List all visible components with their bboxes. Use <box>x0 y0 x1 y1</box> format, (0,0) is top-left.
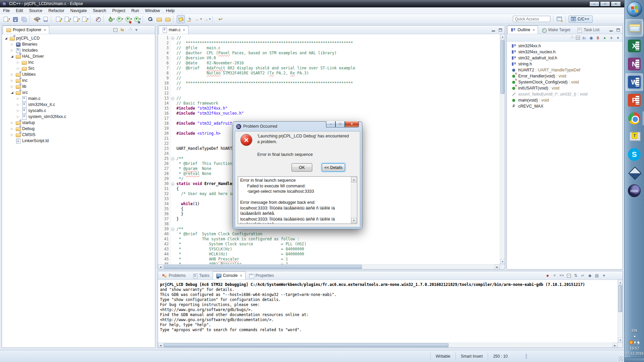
expander-icon[interactable] <box>10 85 14 88</box>
maximize-button[interactable] <box>615 273 621 279</box>
scroll-up-icon[interactable]: ▲ <box>351 177 357 182</box>
editor-vertical-scrollbar[interactable]: ▲ ▼ <box>500 34 505 264</box>
search-button[interactable]: ▾ <box>146 15 154 23</box>
tree-item[interactable]: Binaries <box>2 41 155 47</box>
fold-marker[interactable] <box>170 186 175 191</box>
tree-item[interactable]: Utilities <box>2 71 155 77</box>
fold-marker[interactable] <box>170 196 175 201</box>
code-line[interactable]: 41 * The system Clock is configured as f… <box>158 237 500 242</box>
focus-button[interactable] <box>568 35 574 41</box>
scroll-up-icon[interactable]: ▲ <box>500 34 505 39</box>
code-line[interactable]: 5 // @version V0.0 <box>158 56 500 61</box>
open-element-button[interactable]: ▾ <box>155 15 163 23</box>
tree-item[interactable]: Inc <box>2 59 155 65</box>
code-line[interactable]: 9 // <box>158 76 500 81</box>
scrollbar-thumb[interactable] <box>164 343 448 347</box>
taskbar-terminal-button[interactable] <box>626 128 643 145</box>
console-output[interactable]: prjCPL_LCD Debug [Ac6 STM32 Debugging] C… <box>158 280 618 343</box>
maximize-button[interactable] <box>497 27 503 33</box>
minimize-button[interactable] <box>608 27 614 33</box>
collapse-all-button[interactable] <box>575 35 581 41</box>
fold-marker[interactable] <box>170 141 175 146</box>
code-line[interactable]: 46 * APB1 Prescaler = 2 <box>158 262 500 264</box>
expander-icon[interactable] <box>16 115 20 118</box>
maximize-button[interactable]: □ <box>335 121 345 127</box>
menu-item[interactable]: Source <box>26 7 46 14</box>
title-bar[interactable]: C/C++ - prjCPL_LCD/src/main.c - Eclipse … <box>0 0 624 7</box>
outline-item[interactable]: string.h <box>507 61 623 67</box>
fold-marker[interactable] <box>170 131 175 136</box>
expander-icon[interactable] <box>10 73 14 76</box>
filter-button[interactable]: ∗ <box>608 35 614 41</box>
fold-marker[interactable] <box>170 56 175 61</box>
tree-item[interactable]: prjCPL_LCD <box>2 35 155 41</box>
view-menu-button[interactable]: ▾ <box>133 27 140 33</box>
new-c-header-file-button[interactable]: h▾ <box>63 15 71 23</box>
tree-item[interactable]: syscalls.c <box>2 108 155 114</box>
close-icon[interactable]: × <box>533 28 535 32</box>
language-indicator[interactable]: EN <box>632 328 637 333</box>
fold-marker[interactable] <box>170 111 175 116</box>
expander-icon[interactable] <box>4 37 8 40</box>
hide-static-members-button[interactable]: S <box>595 35 601 41</box>
tab-problems[interactable]: Problems× <box>159 271 189 280</box>
close-button[interactable]: × <box>611 1 621 6</box>
build-button[interactable]: ▾ <box>33 15 41 23</box>
maximize-button[interactable] <box>147 27 154 33</box>
tree-item[interactable]: Src <box>2 65 155 71</box>
error-details-box[interactable]: Error in final launch sequence Failed to… <box>238 176 357 224</box>
scroll-down-icon[interactable]: ▼ <box>500 259 505 264</box>
volume-icon[interactable] <box>636 341 639 344</box>
fold-marker[interactable] <box>170 176 175 181</box>
scroll-left-icon[interactable]: ◀ <box>158 264 163 269</box>
maximize-button[interactable] <box>615 27 621 33</box>
view-menu-button[interactable]: ▾ <box>615 35 621 41</box>
fold-marker[interactable] <box>170 222 175 227</box>
word-wrap-button[interactable]: ↵ <box>580 273 586 279</box>
link-with-editor-button[interactable]: ⇆ <box>119 27 125 33</box>
fold-marker[interactable] <box>170 257 175 262</box>
fold-marker[interactable] <box>170 262 175 264</box>
tab-main-c[interactable]: main.c × <box>159 25 189 34</box>
outline-item[interactable]: stm32f4xx.h <box>507 43 623 49</box>
minimize-button[interactable] <box>490 27 496 33</box>
save-all-button[interactable]: ▾ <box>20 15 28 23</box>
tree-item[interactable]: CMSIS <box>2 132 155 138</box>
tree-item[interactable]: HAL_Driver <box>2 53 155 59</box>
code-line[interactable]: 12 <box>158 91 500 96</box>
expander-icon[interactable] <box>16 67 20 70</box>
hide-fields-button[interactable]: ◉ <box>588 35 594 41</box>
taskbar-excel-button[interactable]: X <box>626 37 643 55</box>
expander-icon[interactable] <box>10 127 14 130</box>
expander-icon[interactable] <box>16 61 20 64</box>
fold-marker[interactable] <box>170 91 175 96</box>
menu-item[interactable]: Help <box>163 7 178 14</box>
fold-marker[interactable] <box>170 252 175 257</box>
tree-item[interactable]: stm32f4xx_it.c <box>2 102 155 108</box>
outline-item[interactable]: SystemClock_Config(void) : void <box>507 79 623 85</box>
menu-item[interactable]: Window <box>142 7 163 14</box>
outline-item[interactable]: stm32f4xx_nucleo.h <box>507 49 623 55</box>
fold-marker[interactable] <box>170 181 175 186</box>
scroll-right-icon[interactable]: ▶ <box>612 343 618 348</box>
run-last-launched-button[interactable]: ↩▾ <box>216 15 224 23</box>
menu-item[interactable]: Search <box>90 7 109 14</box>
tree-item[interactable]: lib <box>2 83 155 89</box>
tab-make-target[interactable]: Make Target× <box>538 25 574 34</box>
details-button[interactable]: << Details <box>322 163 345 172</box>
skip-all-breakpoints-button[interactable]: ▾ <box>94 15 102 23</box>
code-line[interactable]: 2 // ***********************************… <box>158 41 500 46</box>
new-c-source-file-button[interactable]: c▾ <box>55 15 63 23</box>
expander-icon[interactable] <box>16 103 20 106</box>
code-line[interactable]: 1 // <box>158 36 500 41</box>
code-line[interactable]: 4 // @author CPL (Pavel Paces, based on … <box>158 51 500 56</box>
fold-marker[interactable] <box>170 242 175 247</box>
save-button[interactable]: ▾ <box>11 15 19 23</box>
expander-icon[interactable] <box>16 109 20 112</box>
fold-marker[interactable] <box>170 146 175 151</box>
taskbar-word-button[interactable]: W <box>626 73 643 91</box>
outline-item[interactable]: assert_failed(uint8_t*, uint32_t) : void <box>507 91 623 97</box>
clear-console-button[interactable] <box>566 273 572 279</box>
code-line[interactable]: 13 // <box>158 96 500 101</box>
ok-button[interactable]: OK <box>291 163 312 172</box>
